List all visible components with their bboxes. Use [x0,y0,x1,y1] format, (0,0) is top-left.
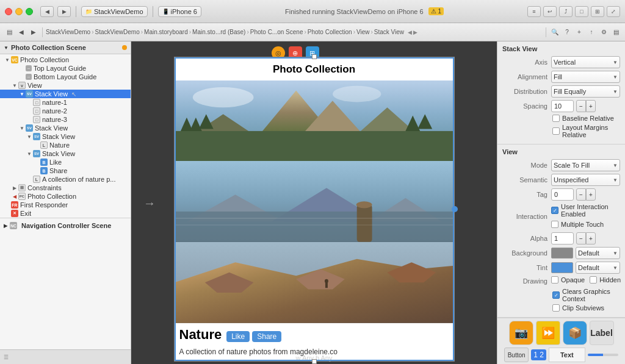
tag-decrement-button[interactable]: − [576,188,586,201]
library-button-label[interactable]: Button [504,348,529,362]
share-button[interactable]: ↑ [586,27,597,38]
breadcrumb-item-4[interactable]: Main.sto...rd (Base) [192,29,245,35]
mode-select[interactable]: Scale To Fill ▼ [551,159,620,171]
inspector-button[interactable]: 🔍 [549,27,560,38]
outline-item-photo-collection[interactable]: ▼ VC Photo Collection [0,55,131,64]
outline-item-nature-3[interactable]: □ nature-3 [0,115,131,124]
baseline-relative-checkbox[interactable] [552,115,560,122]
maximize-button[interactable] [26,8,33,15]
constraints-toggle-arrow[interactable]: ▶ [11,184,18,191]
clip-subviews-checkbox[interactable] [552,304,560,312]
library-slider[interactable] [588,354,618,356]
library-forward-icon[interactable]: ⏩ [536,321,560,345]
breadcrumb-item-8[interactable]: Stack View [374,29,404,35]
outline-item-nature-1[interactable]: □ nature-1 [0,98,131,107]
axis-select[interactable]: Vertical ▼ [551,56,620,68]
semantic-select[interactable]: Unspecified ▼ [551,174,620,186]
breadcrumb-item-6[interactable]: Photo Collection [308,29,352,35]
outline-item-nature-label[interactable]: L Nature [0,141,131,149]
multiple-touch-checkbox[interactable] [551,221,558,228]
settings-button[interactable]: ⚙ [598,27,609,38]
breadcrumb-item-1[interactable]: StackViewDemo [46,29,90,35]
breadcrumb-next-arrow[interactable]: ▶ [413,29,417,35]
resize-handle-top[interactable] [312,54,317,59]
sidebar-toggle-button[interactable]: ≡ [527,6,541,17]
back-forward-button[interactable]: ↩ [543,6,557,17]
distribution-select[interactable]: Fill Equally ▼ [551,85,620,98]
outline-item-exit[interactable]: ✕ Exit [0,209,131,218]
user-interaction-checkbox[interactable]: ✓ [551,207,558,214]
tag-increment-button[interactable]: + [586,188,596,201]
stack-view-icon-1: SV [26,90,33,98]
nav-scene-toggle-arrow[interactable]: ▶ [4,223,7,229]
outline-label-stack-view-3: Stack View [42,133,75,140]
outline-item-constraints[interactable]: ▶ ⊞ Constraints [0,184,131,192]
background-swatch[interactable] [551,248,573,259]
outline-item-bottom-layout[interactable]: ─ Bottom Layout Guide [0,73,131,81]
layout-margins-checkbox[interactable] [552,127,560,135]
outline-item-view[interactable]: ▼ v View [0,81,131,90]
console-button[interactable]: ▤ [610,27,621,38]
scene-toggle-arrow[interactable]: ▼ [4,45,9,51]
alignment-row: Alignment Fill ▼ [502,71,620,83]
scheme-menu-button[interactable]: ▤ [4,27,15,38]
like-button[interactable]: Like [226,331,250,342]
library-text-item[interactable]: Text [549,348,585,362]
tag-input[interactable]: 0 [551,188,574,201]
resize-handle-right[interactable] [452,206,458,212]
hidden-checkbox[interactable] [590,276,597,284]
outline-item-first-responder[interactable]: FR First Responder [0,201,131,209]
outline-item-stack-view-1[interactable]: ▼ SV Stack View ↖ [0,90,131,98]
alpha-decrement-button[interactable]: − [576,232,586,244]
breadcrumb-prev-arrow[interactable]: ◀ [408,29,412,35]
library-camera-icon[interactable]: 📷 [509,321,533,345]
outline-item-description[interactable]: L A collection of nature p... [0,175,131,184]
breadcrumb-item-3[interactable]: Main.storyboard [144,29,188,35]
outline-view[interactable]: ▼ VC Photo Collection ─ Top Layout Guide… [0,54,131,349]
breadcrumb-item-2[interactable]: StackViewDemo [95,29,140,35]
project-tab[interactable]: 📁 StackViewDemo [81,6,148,17]
alpha-input[interactable]: 1 [551,232,574,244]
toolbar-forward-button[interactable]: ▶ [28,27,39,38]
background-select[interactable]: Default ▼ [576,247,620,259]
minimize-button[interactable] [15,8,23,15]
add-button[interactable]: + [574,27,585,38]
outline-item-share[interactable]: B Share [0,166,131,175]
tint-swatch[interactable] [551,262,573,273]
nature-2-svg [175,161,454,242]
breadcrumb-item-7[interactable]: View [356,29,370,35]
device-tab[interactable]: 📱 iPhone 6 [158,6,201,17]
nav-scene-header[interactable]: ▶ NC Navigation Controller Scene [0,221,131,230]
nav-back-button[interactable]: ◀ [40,6,54,17]
opaque-checkbox[interactable] [551,276,558,284]
outline-item-top-layout[interactable]: ─ Top Layout Guide [0,64,131,73]
jump-bar-button[interactable]: ⤴ [559,6,573,17]
library-cube-icon[interactable]: 📦 [563,321,587,345]
outline-item-like[interactable]: B Like [0,158,131,166]
outline-item-photo-collection-child[interactable]: ◀ PC Photo Collection [0,192,131,201]
photo-strip-1 [175,80,454,162]
outline-item-stack-view-4[interactable]: ▼ SV Stack View [0,149,131,158]
fullscreen-button[interactable]: ⤢ [607,6,620,17]
share-button-canvas[interactable]: Share [252,331,281,342]
breadcrumb-item-5[interactable]: Photo C...on Scene [250,29,303,35]
spacing-increment-button[interactable]: + [586,100,596,112]
alpha-increment-button[interactable]: + [586,232,596,244]
window-button[interactable]: □ [575,6,588,17]
tint-select[interactable]: Default ▼ [576,262,620,274]
outline-item-nature-2[interactable]: □ nature-2 [0,107,131,115]
toolbar-back-button[interactable]: ◀ [16,27,27,38]
help-button[interactable]: ? [562,27,573,38]
nav-forward-button[interactable]: ▶ [57,6,71,17]
clears-graphics-checkbox[interactable]: ✓ [552,291,560,299]
outline-item-stack-view-2[interactable]: ▼ SV Stack View [0,124,131,132]
library-stepper[interactable]: 1 2 [531,349,546,360]
resize-handle-bottom[interactable] [312,359,317,364]
library-label-icon[interactable]: Label [590,321,614,345]
split-view-button[interactable]: ⊞ [591,6,604,17]
close-button[interactable] [5,8,12,15]
alignment-select[interactable]: Fill ▼ [551,71,620,83]
spacing-input[interactable]: 10 [551,100,574,112]
outline-item-stack-view-3[interactable]: ▼ SV Stack View [0,132,131,141]
spacing-decrement-button[interactable]: − [576,100,586,112]
